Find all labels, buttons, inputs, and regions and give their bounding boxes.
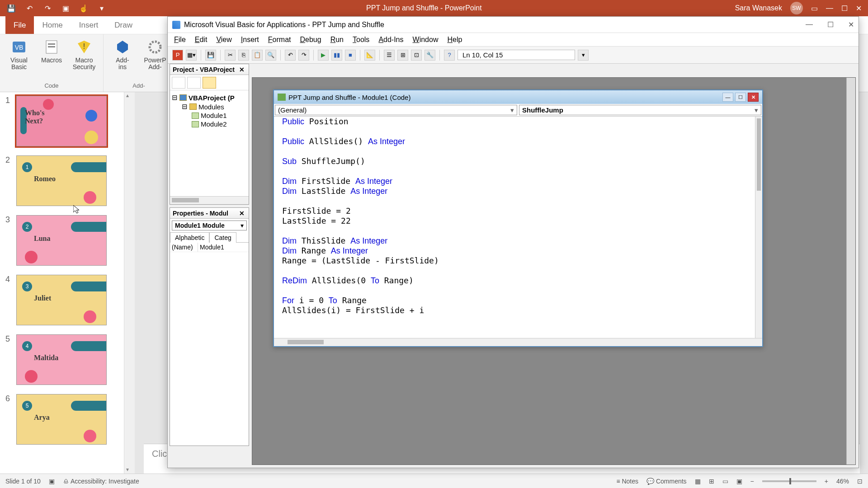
find-icon[interactable]: 🔍 — [265, 50, 276, 61]
reading-view-icon[interactable]: ▭ — [722, 478, 728, 485]
touch-icon[interactable]: ☝ — [79, 3, 89, 13]
toggle-folders-icon[interactable] — [203, 77, 216, 89]
paste-icon[interactable]: 📋 — [252, 50, 263, 61]
properties-window-icon[interactable]: ⊞ — [397, 50, 408, 61]
svg-text:VB: VB — [15, 44, 24, 51]
menu-insert[interactable]: Insert — [241, 36, 259, 44]
view-ppt-icon[interactable]: P — [172, 50, 183, 61]
toolbar-options-icon[interactable]: ▾ — [578, 50, 589, 61]
code-window-title-bar[interactable]: PPT Jump and Shuffle - Module1 (Code) — … — [274, 90, 762, 104]
slide-thumbnail[interactable]: 3 Juliet — [16, 275, 107, 325]
insert-module-icon[interactable]: ▦▾ — [186, 50, 197, 61]
view-object-icon[interactable] — [187, 77, 201, 89]
vbe-maximize-icon[interactable]: ☐ — [827, 20, 834, 29]
object-combo[interactable]: (General) — [275, 105, 517, 115]
close-icon[interactable]: ✕ — [856, 4, 862, 13]
menu-view[interactable]: View — [216, 36, 231, 44]
slide-thumbnail[interactable]: Who's Next? — [16, 96, 107, 146]
ppt-addins-button[interactable]: PowerP Add- — [141, 36, 170, 82]
menu-format[interactable]: Format — [268, 36, 291, 44]
undo-icon[interactable]: ↶ — [24, 3, 34, 13]
more-icon[interactable]: ▾ — [97, 3, 107, 13]
vbe-minimize-icon[interactable]: — — [806, 20, 813, 29]
save-icon[interactable]: 💾 — [205, 50, 216, 61]
code-maximize-icon[interactable]: ☐ — [735, 93, 746, 102]
maximize-icon[interactable]: ☐ — [841, 4, 848, 13]
tab-home[interactable]: Home — [34, 16, 71, 34]
code-minimize-icon[interactable]: — — [722, 93, 733, 102]
macro-security-button[interactable]: ! Macro Security — [70, 36, 99, 82]
props-tab-alphabetic[interactable]: Alphabetic — [170, 232, 209, 243]
comments-button[interactable]: 💬 Comments — [646, 478, 687, 485]
menu-run[interactable]: Run — [330, 36, 344, 44]
project-pane-close-icon[interactable]: ✕ — [238, 66, 246, 74]
run-icon[interactable]: ▶ — [318, 50, 329, 61]
menu-add-ins[interactable]: Add-Ins — [378, 36, 403, 44]
design-mode-icon[interactable]: 📐 — [364, 50, 375, 61]
prop-row-name[interactable]: (Name)Module1 — [170, 243, 249, 252]
menu-file[interactable]: File — [174, 36, 186, 44]
procedure-combo[interactable]: ShuffleJump — [519, 105, 761, 115]
tab-draw[interactable]: Draw — [106, 16, 141, 34]
toolbox-icon[interactable]: 🔧 — [425, 50, 435, 61]
zoom-slider[interactable] — [762, 480, 816, 482]
help-icon[interactable]: ? — [444, 50, 455, 61]
accessibility-status[interactable]: 🕭 Accessibility: Investigate — [63, 478, 139, 485]
zoom-level[interactable]: 46% — [836, 478, 849, 485]
notes-button[interactable]: ≡ Notes — [616, 478, 638, 485]
properties-object-combo[interactable]: Module1 Module — [172, 221, 247, 230]
tab-insert[interactable]: Insert — [71, 16, 107, 34]
project-scrollbar[interactable] — [170, 196, 249, 204]
code-editor[interactable]: Public Position Public AllSlides() As In… — [282, 117, 754, 338]
menu-help[interactable]: Help — [447, 36, 462, 44]
vbe-close-icon[interactable]: ✕ — [848, 20, 854, 29]
menu-debug[interactable]: Debug — [300, 36, 321, 44]
menu-tools[interactable]: Tools — [353, 36, 369, 44]
normal-view-icon[interactable]: ▦ — [695, 478, 701, 485]
present-icon[interactable]: ▣ — [61, 3, 71, 13]
code-horizontal-scrollbar[interactable] — [274, 338, 762, 346]
redo-icon[interactable]: ↷ — [42, 3, 52, 13]
menu-window[interactable]: Window — [413, 36, 439, 44]
slide-thumbnail[interactable]: 4 Maltida — [16, 334, 107, 385]
redo-icon[interactable]: ↷ — [298, 50, 309, 61]
undo-icon[interactable]: ↶ — [285, 50, 296, 61]
props-tab-categorized[interactable]: Categ — [209, 232, 236, 243]
project-explorer-icon[interactable]: ☰ — [384, 50, 395, 61]
slideshow-view-icon[interactable]: ▣ — [736, 478, 742, 485]
properties-pane-close-icon[interactable]: ✕ — [238, 209, 246, 217]
addins-button[interactable]: Add- ins — [108, 36, 137, 82]
slide-thumbnail[interactable]: 1 Romeo — [16, 155, 107, 206]
code-mdi-area: PPT Jump and Shuffle - Module1 (Code) — … — [252, 77, 856, 465]
user-avatar[interactable]: SW — [790, 2, 803, 14]
mdi-scrollbar[interactable] — [846, 78, 855, 465]
view-code-icon[interactable] — [172, 77, 185, 89]
slide-thumbnail[interactable]: 2 Luna — [16, 215, 107, 266]
visual-basic-button[interactable]: VB Visual Basic — [5, 36, 33, 82]
code-close-icon[interactable]: ✕ — [748, 93, 759, 102]
fit-window-icon[interactable]: ⊡ — [857, 478, 863, 485]
presentation-views-icon[interactable]: ▣ — [49, 478, 55, 485]
sorter-view-icon[interactable]: ⊞ — [709, 478, 714, 485]
cut-icon[interactable]: ✂ — [225, 50, 236, 61]
user-name[interactable]: Sara Wanasek — [735, 4, 782, 12]
slide-thumbnail[interactable]: 5 Arya — [16, 394, 107, 445]
zoom-in-icon[interactable]: + — [825, 478, 828, 485]
ribbon-display-icon[interactable]: ▭ — [811, 4, 818, 13]
vbe-title-bar[interactable]: Microsoft Visual Basic for Applications … — [168, 17, 859, 33]
save-icon[interactable]: 💾 — [6, 3, 16, 13]
tree-item-module2[interactable]: Module2 — [192, 120, 247, 128]
reset-icon[interactable]: ■ — [345, 50, 356, 61]
zoom-out-icon[interactable]: − — [750, 478, 754, 485]
copy-icon[interactable]: ⎘ — [238, 50, 249, 61]
macros-button[interactable]: Macros — [37, 36, 66, 82]
thumbnail-scrollbar[interactable] — [124, 92, 135, 474]
project-tree[interactable]: ⊟ VBAProject (P ⊟ Modules Module1 Module… — [170, 90, 249, 131]
object-browser-icon[interactable]: ⊡ — [411, 50, 422, 61]
tab-file[interactable]: File — [5, 16, 34, 34]
code-vertical-scrollbar[interactable] — [755, 117, 762, 338]
minimize-icon[interactable]: — — [826, 4, 833, 12]
menu-edit[interactable]: Edit — [195, 36, 208, 44]
tree-item-module1[interactable]: Module1 — [192, 111, 247, 120]
break-icon[interactable]: ▮▮ — [331, 50, 342, 61]
